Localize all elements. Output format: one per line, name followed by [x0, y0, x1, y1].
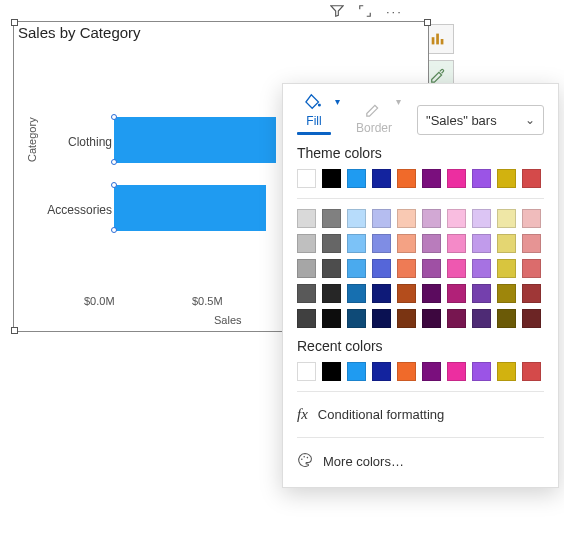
color-swatch[interactable]	[397, 284, 416, 303]
more-icon[interactable]: ···	[386, 4, 403, 21]
color-swatch[interactable]	[322, 209, 341, 228]
color-swatch[interactable]	[522, 259, 541, 278]
color-swatch[interactable]	[322, 169, 341, 188]
color-swatch[interactable]	[297, 284, 316, 303]
color-swatch[interactable]	[497, 284, 516, 303]
color-swatch[interactable]	[347, 234, 366, 253]
color-format-popup: Fill ▾ Border ▾ "Sales" bars ⌄ Theme col…	[282, 83, 559, 488]
color-swatch[interactable]	[372, 169, 391, 188]
color-swatch[interactable]	[447, 169, 466, 188]
focus-icon[interactable]	[358, 4, 372, 21]
color-swatch[interactable]	[522, 209, 541, 228]
color-swatch[interactable]	[322, 234, 341, 253]
resize-handle[interactable]	[424, 19, 431, 26]
color-swatch[interactable]	[297, 209, 316, 228]
chevron-down-icon: ⌄	[525, 113, 535, 127]
resize-handle[interactable]	[11, 327, 18, 334]
bar-handle[interactable]	[111, 182, 117, 188]
palette-icon	[297, 452, 313, 471]
color-swatch[interactable]	[447, 234, 466, 253]
color-swatch[interactable]	[347, 209, 366, 228]
color-swatch[interactable]	[422, 169, 441, 188]
color-swatch[interactable]	[347, 259, 366, 278]
color-swatch[interactable]	[472, 362, 491, 381]
color-swatch[interactable]	[472, 234, 491, 253]
series-selector[interactable]: "Sales" bars ⌄	[417, 105, 544, 135]
more-colors[interactable]: More colors…	[297, 448, 544, 475]
color-swatch[interactable]	[297, 362, 316, 381]
fx-icon: fx	[297, 406, 308, 423]
bar-handle[interactable]	[111, 159, 117, 165]
chevron-down-icon: ▾	[396, 96, 401, 107]
tab-underline	[297, 132, 331, 135]
color-swatch[interactable]	[447, 209, 466, 228]
color-swatch[interactable]	[472, 284, 491, 303]
recent-colors-title: Recent colors	[297, 338, 544, 354]
color-swatch[interactable]	[372, 209, 391, 228]
color-swatch[interactable]	[422, 309, 441, 328]
color-swatch[interactable]	[447, 284, 466, 303]
color-swatch[interactable]	[472, 259, 491, 278]
color-swatch[interactable]	[497, 234, 516, 253]
resize-handle[interactable]	[11, 19, 18, 26]
color-swatch[interactable]	[372, 284, 391, 303]
color-swatch[interactable]	[447, 259, 466, 278]
color-swatch[interactable]	[372, 309, 391, 328]
color-swatch[interactable]	[347, 362, 366, 381]
color-swatch[interactable]	[372, 362, 391, 381]
color-swatch[interactable]	[397, 362, 416, 381]
color-swatch[interactable]	[372, 234, 391, 253]
color-swatch[interactable]	[347, 284, 366, 303]
color-swatch[interactable]	[497, 209, 516, 228]
bar-clothing[interactable]	[114, 117, 276, 163]
color-swatch[interactable]	[347, 309, 366, 328]
color-swatch[interactable]	[522, 169, 541, 188]
color-swatch[interactable]	[447, 362, 466, 381]
bar-handle[interactable]	[111, 114, 117, 120]
color-swatch[interactable]	[522, 284, 541, 303]
color-swatch[interactable]	[447, 309, 466, 328]
color-swatch[interactable]	[297, 234, 316, 253]
color-swatch[interactable]	[397, 259, 416, 278]
color-swatch[interactable]	[347, 169, 366, 188]
color-swatch[interactable]	[497, 169, 516, 188]
color-swatch[interactable]	[322, 309, 341, 328]
tab-fill[interactable]: Fill	[297, 92, 331, 135]
color-swatch[interactable]	[322, 362, 341, 381]
divider	[297, 437, 544, 438]
color-swatch[interactable]	[472, 309, 491, 328]
bar-accessories[interactable]	[114, 185, 266, 231]
color-swatch[interactable]	[422, 362, 441, 381]
color-swatch[interactable]	[397, 169, 416, 188]
color-swatch[interactable]	[372, 259, 391, 278]
svg-point-4	[303, 456, 305, 458]
color-swatch[interactable]	[472, 209, 491, 228]
color-swatch[interactable]	[422, 259, 441, 278]
theme-main-row	[297, 169, 544, 188]
color-swatch[interactable]	[422, 284, 441, 303]
color-swatch[interactable]	[297, 309, 316, 328]
color-swatch[interactable]	[522, 309, 541, 328]
color-swatch[interactable]	[522, 234, 541, 253]
color-swatch[interactable]	[397, 309, 416, 328]
color-swatch[interactable]	[497, 362, 516, 381]
bar-handle[interactable]	[111, 227, 117, 233]
color-swatch[interactable]	[322, 259, 341, 278]
color-swatch[interactable]	[472, 169, 491, 188]
color-swatch[interactable]	[522, 362, 541, 381]
color-swatch[interactable]	[297, 259, 316, 278]
color-swatch[interactable]	[297, 169, 316, 188]
filter-icon[interactable]	[330, 4, 344, 21]
color-swatch[interactable]	[497, 259, 516, 278]
category-label: Accessories	[42, 203, 112, 217]
chevron-down-icon[interactable]: ▾	[335, 96, 340, 107]
color-swatch[interactable]	[422, 234, 441, 253]
conditional-formatting[interactable]: fx Conditional formatting	[297, 402, 544, 427]
tab-border[interactable]: Border	[356, 99, 392, 135]
color-swatch[interactable]	[322, 284, 341, 303]
color-swatch[interactable]	[397, 234, 416, 253]
color-swatch[interactable]	[422, 209, 441, 228]
color-swatch[interactable]	[497, 309, 516, 328]
color-swatch[interactable]	[397, 209, 416, 228]
svg-point-5	[307, 457, 309, 459]
